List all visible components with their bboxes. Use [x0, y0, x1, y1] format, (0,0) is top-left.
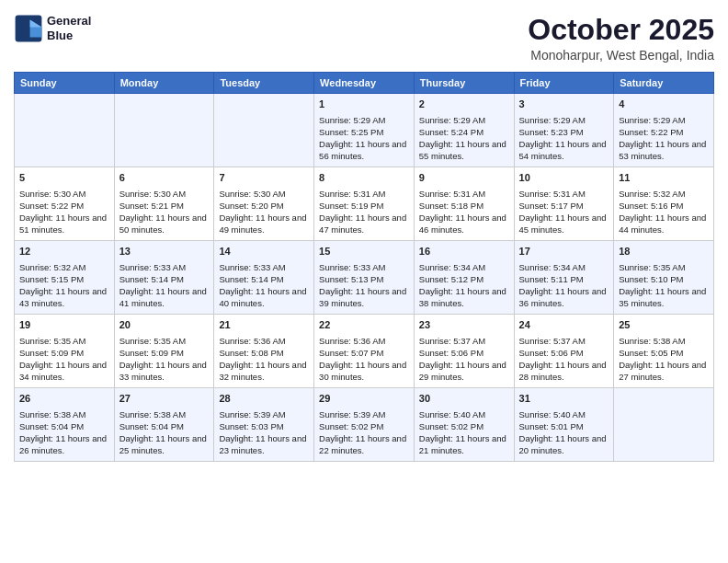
calendar-cell: 4Sunrise: 5:29 AM Sunset: 5:22 PM Daylig… — [614, 94, 714, 167]
day-number: 22 — [319, 318, 409, 332]
day-detail: Sunrise: 5:39 AM Sunset: 5:03 PM Dayligh… — [219, 408, 309, 457]
calendar-cell: 24Sunrise: 5:37 AM Sunset: 5:06 PM Dayli… — [514, 315, 614, 388]
calendar-cell: 2Sunrise: 5:29 AM Sunset: 5:24 PM Daylig… — [414, 94, 514, 167]
day-detail: Sunrise: 5:30 AM Sunset: 5:20 PM Dayligh… — [219, 188, 309, 236]
day-detail: Sunrise: 5:36 AM Sunset: 5:08 PM Dayligh… — [219, 335, 309, 384]
weekday-header-sunday: Sunday — [15, 73, 115, 94]
day-detail: Sunrise: 5:31 AM Sunset: 5:19 PM Dayligh… — [319, 188, 409, 236]
calendar-cell: 26Sunrise: 5:38 AM Sunset: 5:04 PM Dayli… — [15, 388, 115, 462]
weekday-header-monday: Monday — [114, 73, 214, 94]
day-number: 13 — [119, 245, 210, 259]
calendar-cell — [214, 94, 314, 167]
calendar-cell — [15, 94, 115, 167]
day-detail: Sunrise: 5:37 AM Sunset: 5:06 PM Dayligh… — [519, 335, 609, 384]
calendar-cell: 13Sunrise: 5:33 AM Sunset: 5:14 PM Dayli… — [114, 241, 214, 315]
day-number: 6 — [119, 171, 210, 185]
day-detail: Sunrise: 5:29 AM Sunset: 5:25 PM Dayligh… — [319, 114, 409, 163]
logo: General Blue — [14, 14, 91, 43]
calendar-week-row: 5Sunrise: 5:30 AM Sunset: 5:22 PM Daylig… — [15, 167, 714, 241]
day-detail: Sunrise: 5:38 AM Sunset: 5:05 PM Dayligh… — [619, 335, 709, 384]
day-detail: Sunrise: 5:35 AM Sunset: 5:09 PM Dayligh… — [19, 335, 109, 384]
calendar-table: SundayMondayTuesdayWednesdayThursdayFrid… — [14, 72, 714, 462]
day-detail: Sunrise: 5:34 AM Sunset: 5:11 PM Dayligh… — [519, 261, 609, 310]
calendar-cell: 15Sunrise: 5:33 AM Sunset: 5:13 PM Dayli… — [314, 241, 415, 315]
day-number: 16 — [419, 245, 509, 259]
day-number: 27 — [119, 392, 210, 406]
calendar-cell: 21Sunrise: 5:36 AM Sunset: 5:08 PM Dayli… — [214, 315, 314, 388]
day-detail: Sunrise: 5:38 AM Sunset: 5:04 PM Dayligh… — [19, 408, 109, 457]
day-number: 11 — [619, 171, 709, 185]
calendar-cell: 23Sunrise: 5:37 AM Sunset: 5:06 PM Dayli… — [414, 315, 514, 388]
day-number: 18 — [619, 245, 709, 259]
day-detail: Sunrise: 5:30 AM Sunset: 5:21 PM Dayligh… — [119, 188, 210, 236]
day-number: 29 — [319, 392, 409, 406]
calendar-cell — [614, 388, 714, 462]
calendar-cell: 7Sunrise: 5:30 AM Sunset: 5:20 PM Daylig… — [214, 167, 314, 241]
day-detail: Sunrise: 5:39 AM Sunset: 5:02 PM Dayligh… — [319, 408, 409, 457]
day-number: 1 — [319, 98, 409, 111]
day-detail: Sunrise: 5:31 AM Sunset: 5:17 PM Dayligh… — [519, 188, 609, 236]
day-number: 20 — [119, 318, 210, 332]
day-detail: Sunrise: 5:33 AM Sunset: 5:14 PM Dayligh… — [219, 261, 309, 310]
weekday-header-tuesday: Tuesday — [214, 73, 314, 94]
day-number: 9 — [419, 171, 509, 185]
weekday-header-row: SundayMondayTuesdayWednesdayThursdayFrid… — [15, 73, 714, 94]
day-detail: Sunrise: 5:40 AM Sunset: 5:02 PM Dayligh… — [419, 408, 509, 457]
day-number: 17 — [519, 245, 609, 259]
calendar-cell: 30Sunrise: 5:40 AM Sunset: 5:02 PM Dayli… — [414, 388, 514, 462]
calendar-cell: 18Sunrise: 5:35 AM Sunset: 5:10 PM Dayli… — [614, 241, 714, 315]
calendar-week-row: 1Sunrise: 5:29 AM Sunset: 5:25 PM Daylig… — [15, 94, 714, 167]
day-detail: Sunrise: 5:30 AM Sunset: 5:22 PM Dayligh… — [19, 188, 109, 236]
calendar-cell: 22Sunrise: 5:36 AM Sunset: 5:07 PM Dayli… — [314, 315, 415, 388]
day-number: 3 — [519, 98, 609, 111]
calendar-week-row: 12Sunrise: 5:32 AM Sunset: 5:15 PM Dayli… — [15, 241, 714, 315]
day-number: 15 — [319, 245, 409, 259]
day-detail: Sunrise: 5:37 AM Sunset: 5:06 PM Dayligh… — [419, 335, 509, 384]
header: General Blue October 2025 Monoharpur, We… — [14, 14, 714, 63]
title-section: October 2025 Monoharpur, West Bengal, In… — [528, 14, 714, 63]
day-detail: Sunrise: 5:31 AM Sunset: 5:18 PM Dayligh… — [419, 188, 509, 236]
location-subtitle: Monoharpur, West Bengal, India — [528, 48, 714, 63]
logo-text: General Blue — [47, 14, 91, 42]
day-number: 26 — [19, 392, 109, 406]
day-detail: Sunrise: 5:34 AM Sunset: 5:12 PM Dayligh… — [419, 261, 509, 310]
page-container: General Blue October 2025 Monoharpur, We… — [0, 0, 728, 471]
day-detail: Sunrise: 5:35 AM Sunset: 5:10 PM Dayligh… — [619, 261, 709, 310]
day-number: 8 — [319, 171, 409, 185]
calendar-cell: 14Sunrise: 5:33 AM Sunset: 5:14 PM Dayli… — [214, 241, 314, 315]
day-number: 2 — [419, 98, 509, 111]
weekday-header-friday: Friday — [514, 73, 614, 94]
day-number: 5 — [19, 171, 109, 185]
weekday-header-wednesday: Wednesday — [314, 73, 415, 94]
calendar-cell: 31Sunrise: 5:40 AM Sunset: 5:01 PM Dayli… — [514, 388, 614, 462]
day-detail: Sunrise: 5:38 AM Sunset: 5:04 PM Dayligh… — [119, 408, 210, 457]
calendar-cell: 28Sunrise: 5:39 AM Sunset: 5:03 PM Dayli… — [214, 388, 314, 462]
day-number: 4 — [619, 98, 709, 111]
day-number: 7 — [219, 171, 309, 185]
day-detail: Sunrise: 5:32 AM Sunset: 5:15 PM Dayligh… — [19, 261, 109, 310]
calendar-cell: 29Sunrise: 5:39 AM Sunset: 5:02 PM Dayli… — [314, 388, 415, 462]
day-number: 23 — [419, 318, 509, 332]
day-detail: Sunrise: 5:29 AM Sunset: 5:23 PM Dayligh… — [519, 114, 609, 163]
day-detail: Sunrise: 5:33 AM Sunset: 5:14 PM Dayligh… — [119, 261, 210, 310]
day-detail: Sunrise: 5:35 AM Sunset: 5:09 PM Dayligh… — [119, 335, 210, 384]
day-number: 19 — [19, 318, 109, 332]
day-number: 25 — [619, 318, 709, 332]
day-number: 10 — [519, 171, 609, 185]
calendar-week-row: 19Sunrise: 5:35 AM Sunset: 5:09 PM Dayli… — [15, 315, 714, 388]
weekday-header-saturday: Saturday — [614, 73, 714, 94]
day-number: 14 — [219, 245, 309, 259]
calendar-cell: 11Sunrise: 5:32 AM Sunset: 5:16 PM Dayli… — [614, 167, 714, 241]
day-number: 21 — [219, 318, 309, 332]
calendar-cell: 27Sunrise: 5:38 AM Sunset: 5:04 PM Dayli… — [114, 388, 214, 462]
calendar-cell: 5Sunrise: 5:30 AM Sunset: 5:22 PM Daylig… — [15, 167, 115, 241]
day-detail: Sunrise: 5:40 AM Sunset: 5:01 PM Dayligh… — [519, 408, 609, 457]
calendar-cell: 8Sunrise: 5:31 AM Sunset: 5:19 PM Daylig… — [314, 167, 415, 241]
calendar-cell: 6Sunrise: 5:30 AM Sunset: 5:21 PM Daylig… — [114, 167, 214, 241]
calendar-cell: 12Sunrise: 5:32 AM Sunset: 5:15 PM Dayli… — [15, 241, 115, 315]
day-number: 31 — [519, 392, 609, 406]
day-number: 12 — [19, 245, 109, 259]
day-number: 28 — [219, 392, 309, 406]
month-title: October 2025 — [528, 14, 714, 46]
day-detail: Sunrise: 5:36 AM Sunset: 5:07 PM Dayligh… — [319, 335, 409, 384]
